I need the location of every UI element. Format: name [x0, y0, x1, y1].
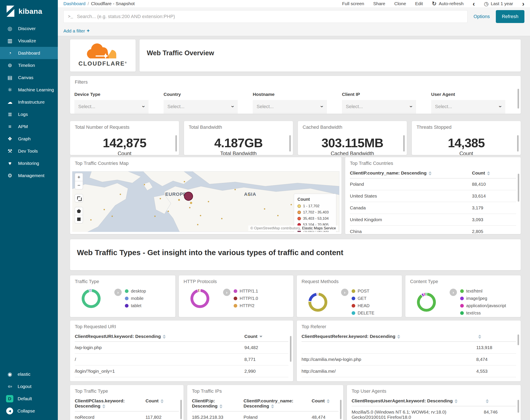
sidebar-item-machine-learning[interactable]: ⚛Machine Learning — [0, 84, 58, 96]
map-data-dot[interactable] — [184, 181, 185, 182]
legend-item[interactable]: HTTP/2 — [234, 303, 258, 308]
scrollbar[interactable] — [180, 400, 182, 419]
donut-chart[interactable] — [191, 289, 209, 308]
sort-icon[interactable] — [486, 399, 489, 403]
column-header[interactable]: ClientIPClass.keyword: Descending — [75, 398, 146, 409]
map-data-dot[interactable] — [120, 194, 121, 195]
column-header[interactable]: ClientIP.country_name: Descending — [244, 398, 312, 409]
legend-item[interactable]: DELETE — [352, 311, 374, 315]
table-row[interactable]: China2,805 — [350, 226, 516, 234]
filter-select[interactable]: Select...› — [253, 100, 327, 113]
sort-icon[interactable] — [455, 399, 457, 403]
map-data-dot[interactable] — [277, 215, 279, 216]
refresh-button[interactable]: Refresh — [496, 10, 524, 23]
sidebar-item-logout[interactable]: ⇦Logout — [0, 380, 58, 392]
sidebar-item-space[interactable]: DDefault — [0, 392, 58, 405]
sidebar-item-management[interactable]: ⚙Management — [0, 169, 58, 182]
sidebar-item-infrastructure[interactable]: ☁Infrastructure — [0, 96, 58, 108]
column-header[interactable]: ClientRequestUserAgent.keyword: Descendi… — [352, 398, 484, 404]
scrollbar[interactable] — [517, 334, 519, 345]
sidebar-item-visualize[interactable]: ▥Visualize — [0, 35, 58, 47]
scrollbar[interactable] — [517, 135, 519, 151]
legend-expand-button[interactable]: › — [450, 289, 457, 296]
legend-item[interactable]: image/jpeg — [460, 296, 506, 301]
time-back-button[interactable]: ‹ — [473, 1, 475, 6]
sort-icon[interactable] — [161, 399, 163, 403]
scrollbar[interactable] — [175, 135, 177, 151]
donut-chart[interactable] — [82, 289, 101, 308]
sidebar-item-dev-tools[interactable]: ⚒Dev Tools — [0, 145, 58, 157]
sidebar-item-timelion[interactable]: ⊚Timelion — [0, 59, 58, 71]
table-row[interactable]: United Kingdom3,093 — [350, 214, 516, 226]
add-filter-button[interactable]: Add a filter + — [63, 28, 90, 34]
column-header[interactable]: Count — [244, 334, 288, 339]
scrollbar[interactable] — [403, 135, 405, 151]
table-row[interactable]: /login/?login_only=12,990 — [75, 365, 288, 377]
map-data-dot[interactable] — [197, 224, 198, 225]
map-data-dot[interactable] — [221, 218, 222, 219]
map-data-dot[interactable] — [168, 211, 169, 212]
scrollbar[interactable] — [290, 336, 292, 362]
sort-icon[interactable] — [397, 335, 400, 339]
map-data-dot[interactable] — [235, 189, 236, 190]
legend-item[interactable]: tablet — [125, 303, 146, 308]
edit-button[interactable]: Edit — [415, 1, 423, 6]
map-data-dot[interactable] — [112, 216, 113, 217]
column-header[interactable]: ClientRequestReferer.keyword: Descending — [302, 334, 476, 339]
table-row[interactable]: /xmlrpc.php1,394 — [75, 377, 288, 382]
table-row[interactable]: noRecord117,802 — [75, 411, 179, 420]
map-data-dot[interactable] — [189, 207, 191, 208]
scrollbar[interactable] — [517, 89, 519, 108]
zoom-out-button[interactable]: − — [75, 181, 83, 189]
sidebar-item-discover[interactable]: ◎Discover — [0, 22, 58, 35]
legend-item[interactable]: text/html — [460, 289, 506, 294]
legend-item[interactable]: HEAD — [352, 303, 374, 308]
map-data-dot[interactable] — [178, 199, 180, 201]
donut-chart[interactable] — [309, 293, 327, 312]
clone-button[interactable]: Clone — [394, 1, 406, 6]
map-data-dot[interactable] — [103, 209, 105, 210]
column-header[interactable]: ClientRequestURI.keyword: Descending — [75, 334, 244, 339]
scrollbar[interactable] — [518, 174, 519, 202]
legend-expand-button[interactable]: › — [341, 289, 348, 296]
zoom-in-button[interactable]: + — [75, 173, 83, 181]
sort-icon[interactable] — [327, 399, 330, 403]
time-range-picker[interactable]: ◷ Last 1 year — [484, 1, 513, 7]
sort-icon[interactable] — [478, 335, 481, 339]
sidebar-item-monitoring[interactable]: ♥Monitoring — [0, 157, 58, 169]
column-header[interactable] — [476, 334, 516, 339]
table-row[interactable]: Mozilla/5.0 (Windows NT 6.1; WOW64; rv:1… — [352, 406, 516, 420]
filter-select[interactable]: Select...› — [163, 100, 238, 113]
search-input[interactable] — [77, 14, 463, 19]
column-header[interactable]: Count — [146, 398, 179, 409]
full-screen-button[interactable]: Full screen — [342, 1, 364, 6]
column-header[interactable] — [484, 398, 516, 404]
table-row[interactable]: http://camilia.me/4,553 — [302, 365, 516, 377]
sidebar-item-canvas[interactable]: ▤Canvas — [0, 71, 58, 84]
table-row[interactable]: 113,918 — [302, 342, 516, 354]
time-forward-button[interactable]: › — [522, 1, 524, 6]
scrollbar[interactable] — [289, 135, 291, 151]
table-row[interactable]: 185.234.218.33Poland48,474 — [192, 411, 339, 420]
table-row[interactable]: Canada3,179 — [350, 202, 516, 214]
legend-item[interactable]: HTTP/1.1 — [234, 289, 258, 294]
share-button[interactable]: Share — [373, 1, 385, 6]
draw-rectangle-button[interactable] — [75, 215, 83, 223]
table-row[interactable]: http://camilia.me/index.php/2017/06/17/w… — [302, 377, 516, 382]
legend-item[interactable]: HTTP/1.0 — [234, 296, 258, 301]
map-data-dot[interactable] — [291, 204, 292, 205]
sidebar-item-dashboard[interactable]: ◔Dashboard — [0, 47, 58, 59]
fit-data-bounds-button[interactable] — [75, 194, 83, 202]
sort-icon[interactable] — [259, 336, 263, 337]
legend-expand-button[interactable]: › — [223, 289, 230, 296]
legend-item[interactable]: POST — [352, 289, 374, 294]
map-data-dot[interactable] — [200, 215, 201, 216]
scrollbar[interactable] — [340, 400, 341, 419]
filter-select[interactable]: Select...› — [342, 100, 416, 113]
map-data-dot-largest[interactable] — [184, 192, 193, 201]
map-data-dot[interactable] — [144, 184, 145, 185]
filter-select[interactable]: Select...› — [74, 100, 148, 113]
draw-polygon-button[interactable] — [75, 207, 83, 215]
table-row[interactable]: http://camilia.me/wp-login.php8,474 — [302, 354, 516, 365]
sidebar-item-graph[interactable]: ❖Graph — [0, 133, 58, 145]
